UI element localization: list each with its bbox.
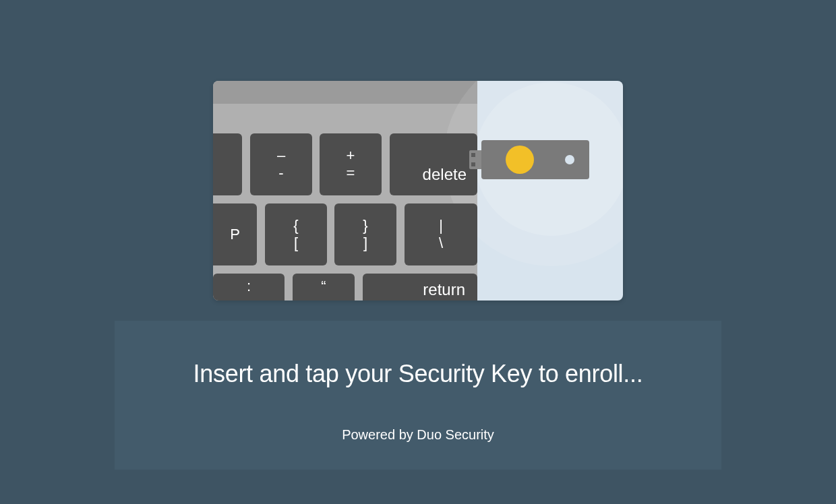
key-label: delete xyxy=(423,165,467,185)
security-key-illustration: – - + = delete P { [ } ] | \ : “ return xyxy=(213,81,623,301)
key-label: return xyxy=(423,280,465,300)
keyboard-key-bracket-close: } ] xyxy=(334,203,396,265)
keyboard-key-bracket-open: { [ xyxy=(265,203,327,265)
key-label: { xyxy=(293,217,298,234)
instruction-panel: Insert and tap your Security Key to enro… xyxy=(115,321,721,470)
key-label: “ xyxy=(321,278,326,295)
keyboard-key-edge xyxy=(213,133,242,195)
keyboard-top-edge xyxy=(213,81,477,104)
keyboard-key-return: return xyxy=(363,274,477,301)
key-label: [ xyxy=(294,234,298,252)
key-label: P xyxy=(230,226,240,243)
keyboard-key-plus: + = xyxy=(320,133,382,195)
powered-by-label: Powered by Duo Security xyxy=(128,427,708,443)
keyboard-key-delete: delete xyxy=(390,133,477,195)
key-label: = xyxy=(347,164,355,182)
key-label: – xyxy=(277,147,285,164)
instruction-heading: Insert and tap your Security Key to enro… xyxy=(128,360,708,388)
key-label: : xyxy=(247,278,251,295)
key-label: } xyxy=(363,217,367,234)
keyboard-key-pipe: | \ xyxy=(405,203,477,265)
security-key-button-icon xyxy=(506,146,534,174)
keyboard-key-colon: : xyxy=(213,274,285,301)
key-label: \ xyxy=(439,234,443,252)
key-label: + xyxy=(347,147,355,164)
key-label: | xyxy=(439,217,443,234)
keyboard-key-p: P xyxy=(213,203,257,265)
key-label: - xyxy=(278,164,283,182)
keyboard-key-minus: – - xyxy=(250,133,312,195)
key-label: ] xyxy=(363,234,367,252)
keyboard-key-quote: “ xyxy=(293,274,355,301)
security-key-hole-icon xyxy=(565,155,574,164)
